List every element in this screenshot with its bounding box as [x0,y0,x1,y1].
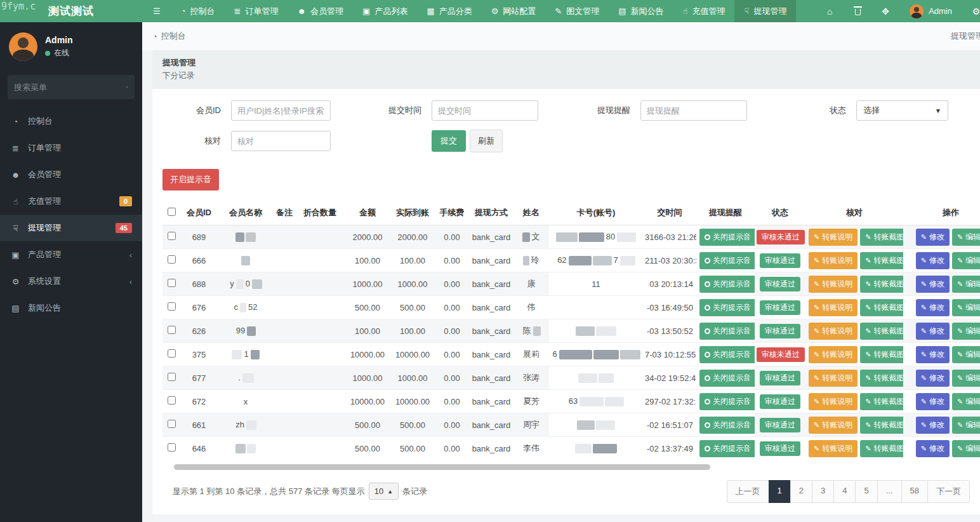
topbar-user-menu[interactable]: Admin [901,4,961,18]
transfer-screenshot-button[interactable]: ✎转账截图 [860,276,903,293]
prev-page-button[interactable]: 上一页 [727,480,769,503]
page-button-58[interactable]: 58 [901,480,928,503]
page-button-2[interactable]: 2 [790,480,812,503]
transfer-note-button[interactable]: ✎转账说明 [809,346,858,363]
top-menu-item-控制台[interactable]: ◔控制台 [171,0,225,22]
top-menu-item-产品分类[interactable]: ▦产品分类 [417,0,481,22]
row-checkbox[interactable] [168,420,176,428]
transfer-note-button[interactable]: ✎转账说明 [809,252,858,269]
row-checkbox[interactable] [168,349,176,358]
submit-time-input[interactable] [432,100,538,121]
sidebar-item-产品管理[interactable]: ▣产品管理‹ [0,241,142,268]
page-size-select[interactable]: 10 ▲ [369,483,399,500]
edit-button[interactable]: ✎编辑 [952,323,980,340]
next-page-button[interactable]: 下一页 [927,480,970,503]
edit-button[interactable]: ✎编辑 [952,417,980,434]
modify-button[interactable]: ✎修改 [916,229,950,246]
row-checkbox[interactable] [168,232,176,240]
clear-cache-button[interactable] [845,0,870,22]
enable-sound-button[interactable]: 开启提示音 [162,169,219,191]
refresh-button[interactable]: 刷新 [470,130,503,152]
transfer-note-button[interactable]: ✎转账说明 [809,393,858,410]
page-button-5[interactable]: 5 [855,480,877,503]
remind-input[interactable] [640,100,747,121]
transfer-note-button[interactable]: ✎转账说明 [809,440,858,457]
modify-button[interactable]: ✎修改 [916,299,950,316]
edit-button[interactable]: ✎编辑 [952,346,980,363]
close-sound-button[interactable]: 关闭提示音 [699,276,755,293]
close-sound-button[interactable]: 关闭提示音 [699,417,755,434]
modify-button[interactable]: ✎修改 [916,276,950,293]
edit-button[interactable]: ✎编辑 [952,276,980,293]
sidebar-search-input[interactable] [14,83,126,92]
top-menu-item-新闻公告[interactable]: ▤新闻公告 [609,0,673,22]
row-checkbox[interactable] [168,396,176,405]
transfer-screenshot-button[interactable]: ✎转账截图 [860,299,903,316]
close-sound-button[interactable]: 关闭提示音 [699,229,755,246]
row-checkbox[interactable] [168,326,176,334]
select-all-checkbox[interactable] [168,208,176,216]
submit-button[interactable]: 提交 [432,130,466,152]
edit-button[interactable]: ✎编辑 [952,393,980,410]
status-select[interactable]: 选择 ▼ [856,100,948,121]
sidebar-item-会员管理[interactable]: ☻会员管理 [0,161,142,188]
horizontal-scrollbar[interactable] [174,464,710,470]
close-sound-button[interactable]: 关闭提示音 [699,370,755,387]
row-checkbox[interactable] [168,255,176,264]
top-menu-item-订单管理[interactable]: ≣订单管理 [225,0,288,22]
top-menu-item-会员管理[interactable]: ☻会员管理 [288,0,353,22]
transfer-screenshot-button[interactable]: ✎转账截图 [860,323,903,340]
sidebar-item-控制台[interactable]: ◔控制台 [0,108,142,135]
close-sound-button[interactable]: 关闭提示音 [699,393,755,410]
row-checkbox[interactable] [168,443,176,452]
close-sound-button[interactable]: 关闭提示音 [699,323,755,340]
member-id-input[interactable] [231,100,331,121]
transfer-screenshot-button[interactable]: ✎转账截图 [860,417,903,434]
modify-button[interactable]: ✎修改 [916,417,950,434]
modify-button[interactable]: ✎修改 [916,440,950,457]
modify-button[interactable]: ✎修改 [916,370,950,387]
fullscreen-button[interactable]: ✥ [873,0,898,22]
top-menu-item-产品列表[interactable]: ▣产品列表 [353,0,417,22]
transfer-note-button[interactable]: ✎转账说明 [809,323,858,340]
modify-button[interactable]: ✎修改 [916,323,950,340]
page-button-1[interactable]: 1 [769,480,791,503]
close-sound-button[interactable]: 关闭提示音 [699,299,755,316]
edit-button[interactable]: ✎编辑 [952,370,980,387]
close-sound-button[interactable]: 关闭提示音 [699,346,755,363]
check-input[interactable] [231,131,331,151]
transfer-screenshot-button[interactable]: ✎转账截图 [860,440,903,457]
transfer-note-button[interactable]: ✎转账说明 [809,417,858,434]
transfer-screenshot-button[interactable]: ✎转账截图 [860,393,903,410]
top-menu-item-提现管理[interactable]: ☟提现管理 [734,0,796,22]
row-checkbox[interactable] [168,279,176,287]
transfer-note-button[interactable]: ✎转账说明 [809,276,858,293]
transfer-note-button[interactable]: ✎转账说明 [809,299,858,316]
row-checkbox[interactable] [168,373,176,381]
transfer-note-button[interactable]: ✎转账说明 [809,229,858,246]
modify-button[interactable]: ✎修改 [916,393,950,410]
edit-button[interactable]: ✎编辑 [952,229,980,246]
page-button-3[interactable]: 3 [812,480,834,503]
transfer-note-button[interactable]: ✎转账说明 [809,370,858,387]
transfer-screenshot-button[interactable]: ✎转账截图 [860,346,903,363]
page-ellipsis[interactable]: ... [877,480,902,503]
transfer-screenshot-button[interactable]: ✎转账截图 [860,252,903,269]
top-menu-item-充值管理[interactable]: ☝充值管理 [673,0,735,22]
sidebar-item-系统设置[interactable]: ⚙系统设置‹ [0,268,142,295]
sidebar-item-订单管理[interactable]: ≣订单管理 [0,135,142,161]
top-menu-item-图文管理[interactable]: ✎图文管理 [545,0,609,22]
top-menu-item-网站配置[interactable]: ⚙网站配置 [482,0,546,22]
settings-button[interactable]: ⚙ [963,0,980,22]
sidebar-item-充值管理[interactable]: ☝充值管理0 [0,188,142,215]
close-sound-button[interactable]: 关闭提示音 [699,252,755,269]
close-sound-button[interactable]: 关闭提示音 [699,440,755,457]
sidebar-item-提现管理[interactable]: ☟提现管理45 [0,215,142,241]
sidebar-item-新闻公告[interactable]: ▤新闻公告 [0,295,142,321]
transfer-screenshot-button[interactable]: ✎转账截图 [860,229,903,246]
edit-button[interactable]: ✎编辑 [952,252,980,269]
modify-button[interactable]: ✎修改 [916,346,950,363]
sidebar-toggle-button[interactable]: ☰ [142,0,171,22]
edit-button[interactable]: ✎编辑 [952,299,980,316]
breadcrumb-left[interactable]: 控制台 [161,30,186,42]
